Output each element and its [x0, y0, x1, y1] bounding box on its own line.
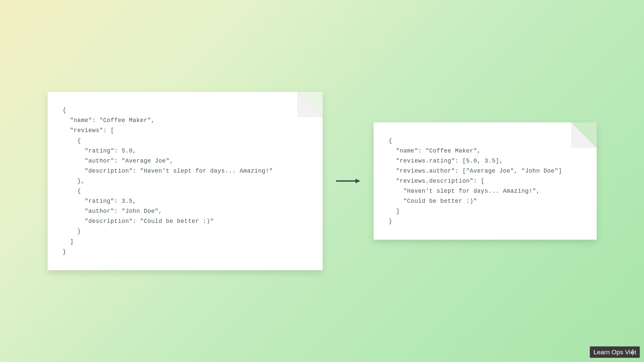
output-json-page: { "name": "Coffee Maker", "reviews.ratin…: [374, 122, 597, 240]
svg-marker-4: [356, 179, 360, 183]
page-fold-icon: [571, 122, 597, 148]
input-json-page: { "name": "Coffee Maker", "reviews": [ {…: [48, 92, 323, 270]
output-json-code: { "name": "Coffee Maker", "reviews.ratin…: [389, 136, 582, 227]
arrow-icon: [336, 178, 360, 184]
input-json-code: { "name": "Coffee Maker", "reviews": [ {…: [63, 105, 308, 256]
page-fold-icon: [297, 92, 323, 117]
diagram-container: { "name": "Coffee Maker", "reviews": [ {…: [0, 0, 644, 362]
watermark: Learn Ops Việt: [590, 346, 640, 358]
